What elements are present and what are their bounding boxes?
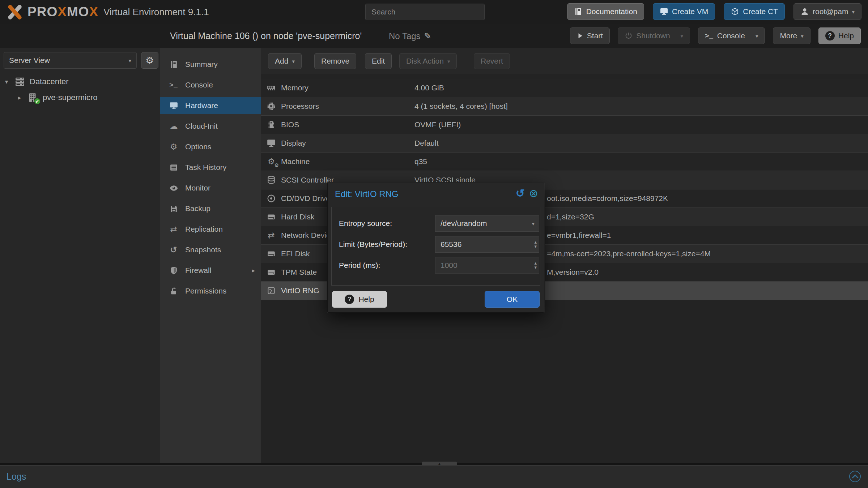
network-arrows-icon: ⇄ [266,230,277,240]
entropy-source-combobox[interactable]: /dev/urandom ▾ [435,215,539,232]
console-button[interactable]: >_ Console ▾ [698,27,765,44]
hard-disk-icon [266,249,277,259]
history-icon: ↺ [168,245,179,254]
row-label: Hard Disk [281,213,314,221]
create-ct-button[interactable]: Create CT [724,3,785,20]
row-label: CD/DVD Drive [281,194,330,203]
dialog-header[interactable]: Edit: VirtIO RNG ↺ ⊗ [328,183,544,206]
tree-item-label: pve-supermicro [43,93,98,102]
nav-item-firewall[interactable]: Firewall ▸ [160,262,261,279]
period-label: Period (ms): [339,257,380,274]
shutdown-button[interactable]: Shutdown ▾ [618,27,690,44]
revert-button[interactable]: Revert [474,53,510,69]
nav-item-permissions[interactable]: Permissions [160,283,261,299]
cube-icon [731,7,739,16]
monitor-icon [266,138,277,148]
edit-virtio-rng-dialog: Edit: VirtIO RNG ↺ ⊗ Entropy source: /de… [327,183,544,313]
table-row-display[interactable]: Display Default [261,134,868,153]
task-list-icon [168,163,179,172]
nav-item-cloud-init[interactable]: ☁ Cloud-Init [160,118,261,134]
reset-undo-icon[interactable]: ↺ [516,188,525,199]
spinner-down-icon: ▾ [534,266,537,269]
row-value: 4.00 GiB [414,84,444,92]
spinner-buttons: ▴▾ [534,257,537,273]
row-value: q35 [414,157,427,166]
add-button[interactable]: Add ▾ [268,53,302,69]
eye-icon [168,183,179,193]
splitter-handle[interactable]: ▲ [422,462,457,465]
nav-item-console[interactable]: >_ Console [160,77,261,93]
table-row-machine[interactable]: ⚙⚙ Machine q35 [261,153,868,171]
row-label: Display [281,139,306,147]
tree-settings-gear-icon[interactable]: ⚙ [141,52,158,69]
db-stack-icon [266,175,277,185]
user-menu-button[interactable]: root@pam ▾ [793,3,861,20]
cloud-icon: ☁ [168,121,179,131]
create-vm-button[interactable]: Create VM [653,3,715,20]
hard-disk-icon [266,212,277,222]
memory-icon [266,83,277,93]
vm-nav-panel: Summary >_ Console Hardware ☁ Cloud-Init… [160,48,261,463]
question-icon: ? [825,31,835,40]
row-label: BIOS [281,120,299,129]
row-label: EFI Disk [281,249,310,258]
close-icon[interactable]: ⊗ [529,188,538,199]
row-label: SCSI Controller [281,176,334,184]
cd-disc-icon [266,193,277,204]
dice-icon [266,286,277,296]
table-row-bios[interactable]: BIOS OVMF (UEFI) [261,116,868,134]
chevron-right-icon[interactable]: ▸ [16,94,23,102]
search-input[interactable] [365,4,485,20]
edit-tags-pencil-icon[interactable]: ✎ [424,31,431,41]
row-value: OVMF (UEFI) [414,120,461,129]
period-number-field: 1000 ▴▾ [435,257,539,274]
user-icon [800,7,809,16]
limit-number-field[interactable]: 65536 ▴▾ [435,236,539,253]
nav-item-task-history[interactable]: Task History [160,159,261,176]
chevron-down-icon: ▾ [681,33,684,39]
repeat-arrows-icon: ⇄ [168,224,179,234]
tree-item-label: Datacenter [30,77,69,86]
row-label: Processors [281,102,319,111]
gear-icon: ⚙ [168,142,179,151]
page-title: Virtual Machine 106 () on node 'pve-supe… [170,24,362,48]
monitor-icon [168,101,179,110]
tree-item-datacenter[interactable]: ▾ Datacenter [3,76,69,87]
chevron-down-icon[interactable]: ▾ [532,221,535,226]
spinner-buttons[interactable]: ▴▾ [534,236,537,252]
chevron-down-icon[interactable]: ▾ [3,78,10,86]
row-label: VirtIO RNG [281,286,319,295]
table-row-processors[interactable]: Processors 4 (1 sockets, 4 cores) [host] [261,97,868,116]
monitor-icon [660,7,668,16]
question-icon: ? [345,295,354,304]
edit-button[interactable]: Edit [365,53,392,69]
dialog-form: Entropy source: /dev/urandom ▾ Limit (By… [331,207,540,286]
documentation-button[interactable]: Documentation [567,3,644,20]
remove-button[interactable]: Remove [314,53,356,69]
table-row-memory[interactable]: Memory 4.00 GiB [261,79,868,97]
view-selector[interactable]: Server View ▾ [4,52,137,69]
nav-item-monitor[interactable]: Monitor [160,180,261,196]
nav-item-snapshots[interactable]: ↺ Snapshots [160,241,261,258]
tree-item-node[interactable]: ▸ ✔ pve-supermicro [16,92,98,103]
nav-item-backup[interactable]: Backup [160,200,261,217]
chevron-down-icon: ▾ [292,59,295,64]
disk-action-button[interactable]: Disk Action ▾ [399,53,457,69]
nav-item-options[interactable]: ⚙ Options [160,138,261,155]
help-button[interactable]: ? Help [818,27,861,44]
collapse-up-icon[interactable] [849,471,861,482]
nav-item-replication[interactable]: ⇄ Replication [160,221,261,237]
ok-button[interactable]: OK [485,291,540,308]
nav-item-hardware[interactable]: Hardware [160,97,261,114]
proxmox-x-logo-icon [5,3,25,21]
start-button[interactable]: Start [570,27,610,44]
play-icon [577,33,583,39]
book-icon [574,7,583,16]
terminal-icon: >_ [705,32,714,40]
chevron-down-icon: ▾ [801,33,804,39]
bios-chip-icon [266,120,277,130]
more-button[interactable]: More ▾ [773,27,810,44]
dialog-help-button[interactable]: ? Help [332,291,387,308]
entropy-source-label: Entropy source: [339,215,392,232]
nav-item-summary[interactable]: Summary [160,56,261,73]
